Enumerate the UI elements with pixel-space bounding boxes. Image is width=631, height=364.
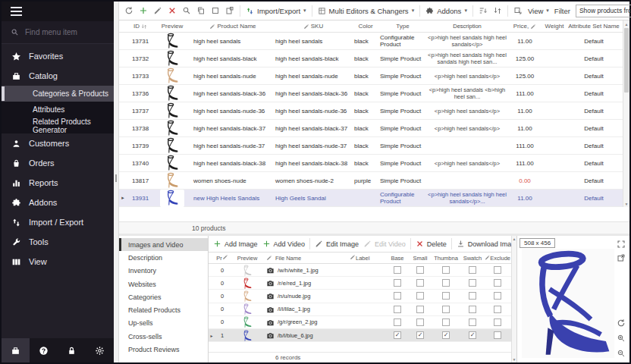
thumbnail-checkbox[interactable] [442, 279, 450, 287]
swatch-checkbox[interactable] [469, 318, 476, 326]
product-row[interactable]: 13736high heel sandals-black-36high heel… [119, 85, 629, 102]
product-grid-scrollbar[interactable]: ▲ ▼ [623, 20, 629, 207]
base-checkbox[interactable] [394, 266, 401, 274]
swatch-checkbox[interactable] [469, 279, 476, 287]
sidebar-item-reports[interactable]: Reports [2, 173, 114, 193]
media-column-header-base[interactable]: Base [386, 255, 409, 262]
sidebar-item-customers[interactable]: Customers [2, 133, 114, 153]
scroll-up-icon[interactable]: ▲ [623, 20, 629, 27]
refresh-image-icon[interactable] [617, 318, 626, 328]
download-image-button[interactable]: Download Image [457, 240, 520, 248]
sidebar-item-related-products-generator[interactable]: Related Products Generator [2, 118, 114, 133]
multi-editors-button[interactable]: Multi Editors & Changers▾ [318, 7, 415, 15]
swatch-checkbox[interactable] [469, 292, 476, 300]
column-header-sku[interactable]: SKU [272, 23, 351, 30]
base-checkbox[interactable] [394, 279, 401, 287]
tab-categories[interactable]: Categories [119, 290, 208, 303]
small-checkbox[interactable] [416, 266, 424, 274]
exclude-checkbox[interactable] [494, 331, 501, 339]
media-row[interactable]: 0/n/u/nude.jpg [209, 290, 511, 303]
tab-cross-sells[interactable]: Cross-sells [119, 330, 208, 343]
sidebar-item-attributes[interactable]: Attributes [2, 102, 114, 118]
sidebar-item-view[interactable]: View [2, 252, 114, 271]
sidebar-item-tools[interactable]: Tools [2, 232, 114, 252]
add-image-button[interactable]: Add Image [213, 240, 258, 248]
tab-websites[interactable]: Websites [119, 278, 208, 290]
delete-product-icon[interactable] [168, 6, 177, 15]
thumbnail-checkbox[interactable] [442, 266, 450, 274]
sidebar-item-import-export[interactable]: Import / Export [2, 212, 114, 232]
product-row[interactable]: 13739high heel sandals-nude-37high heel … [119, 137, 629, 155]
column-header-attr[interactable]: Attribute Set Name [568, 23, 620, 30]
add-product-icon[interactable] [139, 6, 148, 15]
small-checkbox[interactable]: ✓ [416, 331, 424, 339]
product-row[interactable]: 13732high heel sandals-blackhigh heel sa… [119, 50, 629, 67]
media-column-header-swatch[interactable]: Swatch [460, 255, 485, 262]
column-header-prev[interactable]: Preview [154, 23, 190, 30]
media-grid-scrollbar[interactable]: ▲ ▼ [511, 236, 517, 362]
view-button[interactable]: View▾ [528, 7, 549, 15]
small-checkbox[interactable] [416, 279, 424, 287]
sidebar-item-orders[interactable]: Orders [2, 153, 114, 173]
column-header-desc[interactable]: Description [425, 23, 509, 30]
copy-icon[interactable] [196, 6, 206, 15]
media-scroll-down-icon[interactable]: ▼ [513, 357, 516, 362]
sort-arrows-icon[interactable] [493, 6, 502, 15]
exclude-checkbox[interactable] [494, 318, 501, 326]
media-row[interactable]: ▸1/b/l/blue_6.jpg✓✓✓✓ [209, 329, 511, 342]
media-row[interactable]: 0/r/e/red_1.jpg [209, 277, 511, 290]
delete-image-button[interactable]: Delete [416, 240, 447, 248]
gear-footer-button[interactable] [86, 338, 114, 362]
swatch-checkbox[interactable] [469, 266, 476, 274]
column-header-color[interactable]: Color [351, 23, 377, 30]
sidebar-item-addons[interactable]: Addons [2, 193, 114, 212]
sidebar-item-categories-products[interactable]: Categories & Products [2, 86, 114, 102]
tab-description[interactable]: Description [119, 251, 208, 264]
product-row[interactable]: 13733high heel sandals-nudehigh heel san… [119, 67, 629, 85]
fullscreen-icon[interactable] [617, 240, 626, 249]
product-row[interactable]: ▸13931new High Heels SandalsHigh Geels S… [119, 190, 629, 207]
thumbnail-checkbox[interactable] [442, 318, 450, 326]
category-filter-select[interactable]: Show products from selected categories ▾ [576, 5, 631, 17]
tab-related-products[interactable]: Related Products [119, 303, 208, 316]
sidebar-collapse-handle[interactable] [114, 2, 119, 362]
media-column-header-exclude[interactable]: Exclude [485, 255, 510, 262]
sidebar-item-favorites[interactable]: Favorites [2, 46, 114, 66]
refresh-icon[interactable] [124, 6, 133, 15]
export-grid-icon[interactable] [513, 6, 523, 15]
scroll-thumb[interactable] [624, 28, 629, 93]
swatch-checkbox[interactable]: ✓ [469, 331, 476, 339]
exclude-checkbox[interactable] [494, 266, 501, 274]
edit-image-button[interactable]: Edit Image [315, 240, 359, 248]
zoom-out-icon[interactable] [617, 349, 626, 358]
find-product-icon[interactable] [182, 6, 191, 15]
zoom-in-icon[interactable] [617, 334, 626, 343]
add-video-button[interactable]: Add Video [262, 240, 305, 248]
base-checkbox[interactable] [394, 306, 401, 313]
base-checkbox[interactable] [394, 292, 401, 300]
thumbnail-checkbox[interactable] [442, 292, 450, 300]
media-column-header-label[interactable]: Label [350, 254, 386, 262]
tab-product-reviews[interactable]: Product Reviews [119, 343, 208, 356]
media-row[interactable]: 0/w/h/white_1.jpg [209, 264, 511, 277]
catalog-footer-button[interactable] [2, 338, 30, 362]
base-checkbox[interactable]: ✓ [394, 331, 401, 339]
hamburger-menu-icon[interactable] [11, 7, 22, 16]
media-column-header-thumbna[interactable]: Thumbna [432, 255, 460, 262]
media-column-header-small[interactable]: Small [409, 255, 432, 262]
tab-inventory[interactable]: Inventory [119, 265, 208, 278]
product-row[interactable]: 13817women shoes-nudewomen shoes-nude-2p… [119, 172, 629, 190]
sidebar-search[interactable]: Find menu item [2, 21, 114, 44]
small-checkbox[interactable] [416, 292, 424, 300]
product-row[interactable]: 13737high heel sandals-nude-36high heel … [119, 102, 629, 120]
sort-az-icon[interactable] [479, 6, 488, 15]
media-row[interactable]: 0/g/r/green_2.jpg [209, 316, 511, 329]
column-header-weight[interactable]: Weight [541, 23, 568, 30]
column-header-name[interactable]: Product Name [190, 23, 272, 30]
media-row[interactable]: 0/l/i/lilac_1.jpg [209, 303, 511, 316]
select-checkbox-icon[interactable] [211, 6, 220, 15]
edit-video-button[interactable]: Edit Video [363, 240, 406, 248]
exclude-checkbox[interactable] [494, 292, 501, 300]
help-footer-button[interactable] [30, 338, 58, 362]
small-checkbox[interactable] [416, 306, 424, 313]
